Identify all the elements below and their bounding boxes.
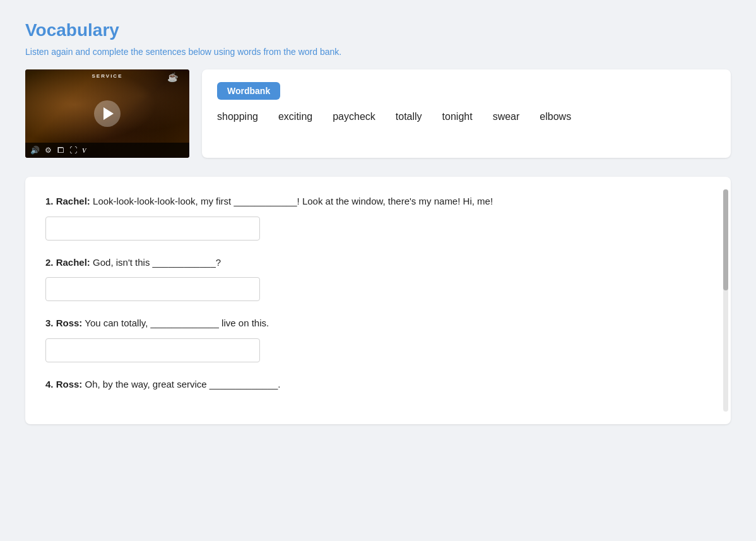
video-overlay-text: SERVICE	[92, 73, 123, 79]
volume-icon[interactable]: 🔊	[30, 146, 40, 155]
exercise-question-3: 3. Ross: You can totally, _____________ …	[45, 316, 711, 331]
captions-icon[interactable]: ⧠	[57, 146, 64, 155]
wordbank-words-list: shopping exciting paycheck totally tonig…	[217, 111, 716, 122]
scrollbar[interactable]	[723, 189, 728, 412]
fullscreen-icon[interactable]: ⛶	[69, 146, 77, 155]
exercise-input-1[interactable]	[45, 217, 260, 241]
exercise-question-4: 4. Ross: Oh, by the way, great service _…	[45, 378, 711, 392]
wordbank-word-exciting: exciting	[278, 111, 312, 122]
page-title: Vocabulary	[25, 20, 731, 40]
wordbank-word-swear: swear	[493, 111, 520, 122]
coffee-icon: ☕	[167, 72, 178, 82]
page-subtitle: Listen again and complete the sentences …	[25, 47, 731, 57]
wordbank-word-elbows: elbows	[540, 111, 571, 122]
play-button[interactable]	[94, 100, 121, 127]
exercises-panel: 1. Rachel: Look-look-look-look-look, my …	[25, 177, 731, 424]
wordbank-word-tonight: tonight	[442, 111, 473, 122]
exercise-item-2: 2. Rachel: God, isn't this ____________?	[45, 256, 711, 302]
video-controls-bar: 🔊 ⚙ ⧠ ⛶ V	[25, 143, 189, 158]
video-player[interactable]: SERVICE ☕ 🔊 ⚙ ⧠ ⛶ V	[25, 69, 189, 158]
top-section: SERVICE ☕ 🔊 ⚙ ⧠ ⛶ V Wordbank shopping ex…	[25, 69, 731, 158]
exercise-input-2[interactable]	[45, 277, 260, 301]
wordbank-badge: Wordbank	[217, 82, 280, 100]
wordbank-word-paycheck: paycheck	[333, 111, 375, 122]
settings-icon[interactable]: ⚙	[45, 146, 52, 155]
play-triangle-icon	[103, 107, 114, 120]
wordbank-panel: Wordbank shopping exciting paycheck tota…	[202, 69, 731, 158]
wordbank-word-shopping: shopping	[217, 111, 258, 122]
exercise-item-1: 1. Rachel: Look-look-look-look-look, my …	[45, 194, 711, 241]
exercise-item-3: 3. Ross: You can totally, _____________ …	[45, 316, 711, 362]
exercise-item-4: 4. Ross: Oh, by the way, great service _…	[45, 378, 711, 392]
exercise-question-2: 2. Rachel: God, isn't this ____________?	[45, 256, 711, 270]
exercise-question-1: 1. Rachel: Look-look-look-look-look, my …	[45, 194, 711, 209]
scrollbar-thumb[interactable]	[723, 189, 728, 290]
exercise-input-3[interactable]	[45, 338, 260, 362]
wordbank-word-totally: totally	[396, 111, 422, 122]
vimeo-icon[interactable]: V	[82, 147, 86, 154]
